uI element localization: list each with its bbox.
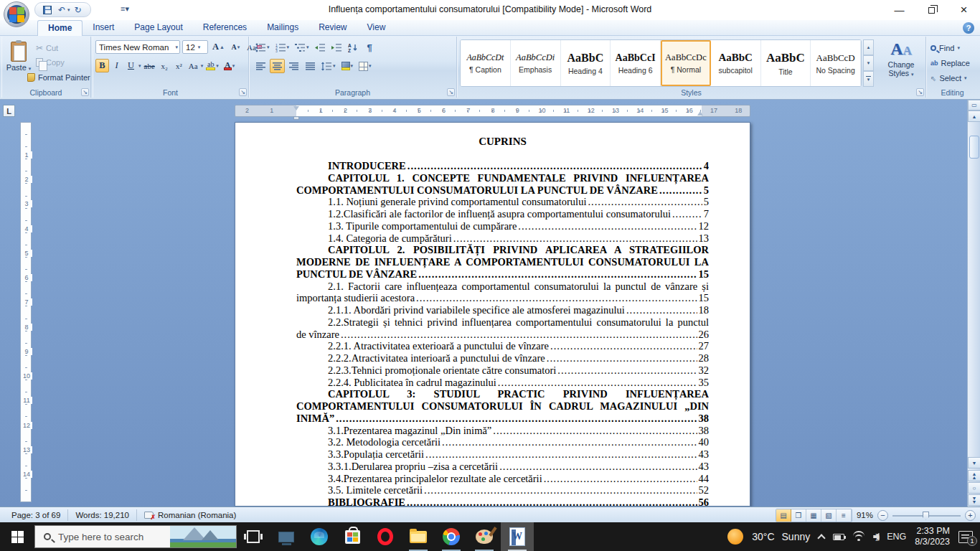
tab-mailings[interactable]: Mailings: [257, 20, 308, 36]
zoom-slider[interactable]: [892, 510, 961, 521]
word-count[interactable]: Words: 19,210: [68, 509, 137, 521]
tray-expand-icon[interactable]: [818, 534, 826, 542]
borders-button[interactable]: ▾: [357, 59, 374, 73]
style-normal[interactable]: AaBbCcDc¶ Normal: [661, 40, 711, 86]
font-dialog-launcher[interactable]: ↘: [239, 88, 247, 96]
draft-view-button[interactable]: ≡: [837, 509, 852, 522]
style-heading-6[interactable]: AaBbCcIHeading 6: [611, 40, 661, 86]
italic-button[interactable]: I: [110, 59, 123, 72]
tab-page-layout[interactable]: Page Layout: [124, 20, 192, 36]
style-title[interactable]: AaBbCTitle: [761, 40, 811, 86]
text-highlight-button[interactable]: ab▾: [204, 59, 221, 72]
copy-button[interactable]: Copy: [36, 55, 65, 70]
styles-dialog-launcher[interactable]: ↘: [916, 88, 924, 96]
tab-insert[interactable]: Insert: [83, 20, 124, 36]
input-language[interactable]: ENG: [887, 532, 906, 542]
undo-dropdown-icon[interactable]: ▾: [67, 7, 70, 13]
strikethrough-button[interactable]: abe: [142, 59, 157, 72]
find-button[interactable]: Find▾: [930, 42, 960, 55]
start-button[interactable]: [0, 522, 34, 551]
shading-button[interactable]: ▾: [339, 59, 356, 73]
weather-sun-icon[interactable]: [727, 529, 743, 545]
proofing-status[interactable]: Romanian (Romania): [137, 509, 243, 521]
action-center-icon[interactable]: 1: [958, 531, 973, 543]
taskbar-chrome-button[interactable]: [435, 522, 468, 551]
vertical-ruler[interactable]: 1234567891011121314: [20, 122, 32, 502]
zoom-in-button[interactable]: +: [965, 510, 976, 521]
full-screen-reading-view-button[interactable]: ❒: [791, 509, 806, 522]
scrollbar-thumb[interactable]: [969, 136, 979, 159]
tab-references[interactable]: References: [193, 20, 257, 36]
print-layout-view-button[interactable]: ▤: [776, 509, 791, 522]
office-button[interactable]: [4, 1, 29, 27]
bold-button[interactable]: B: [95, 59, 109, 72]
web-layout-view-button[interactable]: ▦: [806, 509, 821, 522]
taskbar-paint-button[interactable]: [468, 522, 501, 551]
multilevel-list-button[interactable]: ▾: [293, 40, 311, 55]
scroll-down-button[interactable]: ▼: [968, 457, 980, 468]
undo-button[interactable]: ↶: [55, 4, 68, 16]
font-color-button[interactable]: A▾: [222, 59, 237, 72]
cut-button[interactable]: ✂Cut: [36, 41, 58, 55]
page-indicator[interactable]: Page: 3 of 69: [4, 509, 68, 521]
taskbar-explorer-button[interactable]: [402, 522, 435, 551]
qat-customize-button[interactable]: ≡▾: [121, 4, 129, 14]
align-left-button[interactable]: [253, 59, 268, 73]
outline-view-button[interactable]: ▧: [821, 509, 837, 522]
format-painter-button[interactable]: Format Painter: [27, 70, 90, 85]
first-line-indent-marker[interactable]: [293, 106, 299, 110]
increase-indent-button[interactable]: [329, 40, 344, 55]
taskbar-word-button[interactable]: W: [501, 522, 534, 551]
font-size-combo[interactable]: 12▾: [182, 40, 208, 54]
style-emphasis[interactable]: AaBbCcDiEmphasis: [511, 40, 561, 86]
tab-review[interactable]: Review: [308, 20, 357, 36]
help-button[interactable]: ?: [963, 22, 974, 34]
taskbar-edge-button[interactable]: [303, 522, 336, 551]
horizontal-ruler[interactable]: 21123456789101112131415161718: [235, 105, 750, 117]
style-subcapitol[interactable]: AaBbCsubcapitol: [711, 40, 761, 86]
ruler-toggle-button[interactable]: ▭: [968, 100, 980, 110]
previous-page-button[interactable]: ▲▲: [968, 470, 980, 481]
volume-icon[interactable]: ))): [873, 533, 878, 541]
taskbar-pc-button[interactable]: [270, 522, 303, 551]
vertical-scrollbar[interactable]: ▭ ▲ ▼ ▲▲ ○ ▼▼: [967, 100, 980, 507]
superscript-button[interactable]: x²: [172, 59, 186, 72]
clock[interactable]: 2:33 PM8/3/2023: [915, 526, 950, 547]
right-indent-marker[interactable]: [697, 111, 703, 116]
zoom-level[interactable]: 91%: [857, 511, 873, 519]
styles-scroll-down-button[interactable]: ▼: [863, 55, 874, 71]
scroll-up-button[interactable]: ▲: [968, 110, 980, 122]
select-button[interactable]: ⇖Select▾: [930, 72, 966, 85]
hanging-indent-marker[interactable]: [293, 116, 299, 120]
restore-button[interactable]: [915, 0, 948, 20]
taskbar-opera-button[interactable]: [369, 522, 402, 551]
sort-button[interactable]: AZ: [346, 40, 361, 55]
decrease-indent-button[interactable]: [313, 40, 328, 55]
style-no-spacing[interactable]: AaBbCcDNo Spacing: [811, 40, 861, 86]
redo-button[interactable]: ↻: [72, 4, 85, 16]
tab-view[interactable]: View: [357, 20, 396, 36]
bullets-button[interactable]: ▾: [253, 40, 272, 55]
styles-more-button[interactable]: ▼: [863, 71, 874, 87]
change-styles-button[interactable]: AA Change Styles ▾: [879, 39, 923, 87]
grow-font-button[interactable]: A▲: [210, 40, 227, 54]
shrink-font-button[interactable]: A▾: [229, 40, 242, 54]
justify-button[interactable]: [303, 59, 318, 73]
close-button[interactable]: ×: [948, 0, 980, 20]
select-browse-object-button[interactable]: ○: [968, 482, 980, 494]
subscript-button[interactable]: x₂: [158, 59, 171, 72]
task-view-button[interactable]: [237, 522, 270, 551]
show-paragraph-marks-button[interactable]: ¶: [362, 40, 377, 55]
paragraph-dialog-launcher[interactable]: ↘: [447, 88, 455, 96]
wifi-icon[interactable]: [853, 532, 864, 541]
battery-icon[interactable]: [833, 534, 844, 540]
clipboard-dialog-launcher[interactable]: ↘: [81, 88, 89, 96]
minimize-button[interactable]: —: [883, 0, 915, 20]
document-page[interactable]: CUPRINS INTRODUCERE.....................…: [235, 122, 750, 507]
zoom-out-button[interactable]: −: [877, 510, 888, 521]
font-family-combo[interactable]: Times New Roman▾: [95, 40, 180, 54]
tab-home[interactable]: Home: [37, 20, 83, 36]
numbering-button[interactable]: 123▾: [273, 40, 292, 55]
styles-scroll-up-button[interactable]: ▲: [863, 39, 874, 55]
taskbar-search[interactable]: Type here to search: [34, 525, 237, 548]
